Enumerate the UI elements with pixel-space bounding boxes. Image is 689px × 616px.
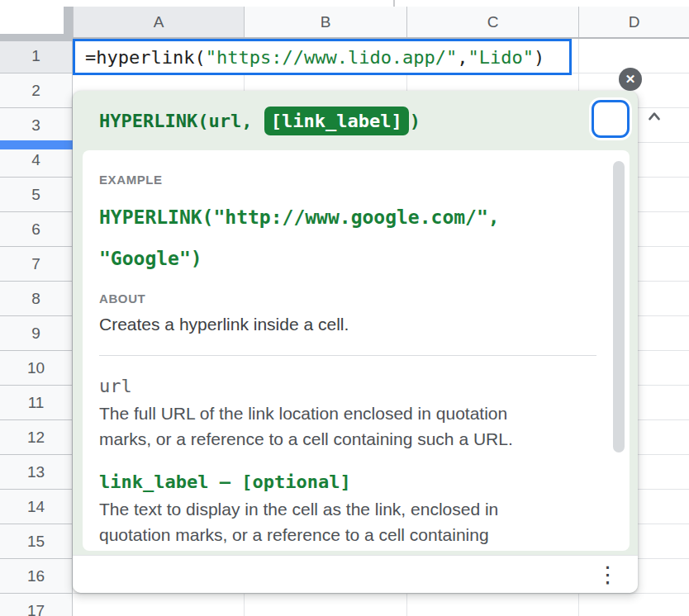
function-signature: HYPERLINK(url, [link_label]) <box>73 91 638 150</box>
close-help-button[interactable]: ✕ <box>619 68 642 91</box>
active-parameter-pill: [link_label] <box>264 107 409 135</box>
popup-footer: ⋮ <box>73 555 638 593</box>
row-header-13[interactable]: 13 <box>0 455 72 490</box>
about-text: Creates a hyperlink inside a cell. <box>99 312 596 337</box>
help-content-panel: EXAMPLE HYPERLINK("http://www.google.com… <box>83 150 630 551</box>
row-header-16[interactable]: 16 <box>0 559 72 594</box>
toolbar-divider <box>393 0 395 7</box>
select-all-corner[interactable] <box>0 7 73 37</box>
row-header-12[interactable]: 12 <box>0 420 72 455</box>
row-header-10[interactable]: 10 <box>0 351 72 386</box>
about-section-label: ABOUT <box>99 291 596 307</box>
row-header-6[interactable]: 6 <box>0 212 72 247</box>
param-name-url: url <box>99 374 596 399</box>
freeze-column-handle[interactable] <box>64 7 73 37</box>
section-divider <box>99 355 596 356</box>
chevron-up-icon <box>558 88 663 151</box>
row-header-9[interactable]: 9 <box>0 316 72 351</box>
collapse-help-button[interactable] <box>592 100 630 138</box>
column-header-c[interactable]: C <box>406 7 578 37</box>
column-header-b[interactable]: B <box>244 7 406 37</box>
formula-token-string: "https://www.lido.app/" <box>206 47 458 68</box>
column-header-a[interactable]: A <box>73 7 244 37</box>
row-header-7[interactable]: 7 <box>0 247 72 282</box>
signature-suffix: ) <box>410 111 421 131</box>
row-header-11[interactable]: 11 <box>0 386 72 420</box>
row-header-15[interactable]: 15 <box>0 524 72 559</box>
formula-token: ) <box>534 47 544 68</box>
close-icon: ✕ <box>625 72 636 87</box>
example-section-label: EXAMPLE <box>99 172 596 188</box>
cell-editor-a1[interactable]: =hyperlink("https://www.lido.app/","Lido… <box>73 39 572 75</box>
column-header-band: A B C D <box>0 7 689 39</box>
formula-token-string: "Lido" <box>468 47 534 68</box>
example-code: HYPERLINK("http://www.google.com/", "Goo… <box>99 197 596 279</box>
more-options-icon[interactable]: ⋮ <box>596 563 618 585</box>
freeze-row-handle[interactable] <box>0 34 73 41</box>
row-header-5[interactable]: 5 <box>0 178 72 212</box>
row-header-3[interactable]: 3 <box>0 108 72 143</box>
frozen-row-indicator[interactable] <box>0 140 73 149</box>
formula-token: =hyperlink( <box>85 47 206 68</box>
row-header-17[interactable]: 17 <box>0 594 72 616</box>
param-description-link-label: The text to display in the cell as the l… <box>99 496 596 547</box>
row-header-14[interactable]: 14 <box>0 490 72 524</box>
formula-bar-sliver <box>0 0 689 7</box>
scrollbar-thumb[interactable] <box>613 161 625 453</box>
param-name-link-label: link_label – [optional] <box>99 470 596 495</box>
column-header-d[interactable]: D <box>578 7 689 37</box>
formula-token: , <box>457 47 468 68</box>
function-help-popup: HYPERLINK(url, [link_label]) EXAMPLE HYP… <box>73 91 638 593</box>
param-description-url: The full URL of the link location enclos… <box>99 400 596 452</box>
row-headers: 1234567891011121314151617 <box>0 39 73 616</box>
row-header-2[interactable]: 2 <box>0 73 72 108</box>
signature-prefix: HYPERLINK(url, <box>99 111 264 131</box>
row-header-1[interactable]: 1 <box>0 39 72 73</box>
row-header-8[interactable]: 8 <box>0 282 72 316</box>
